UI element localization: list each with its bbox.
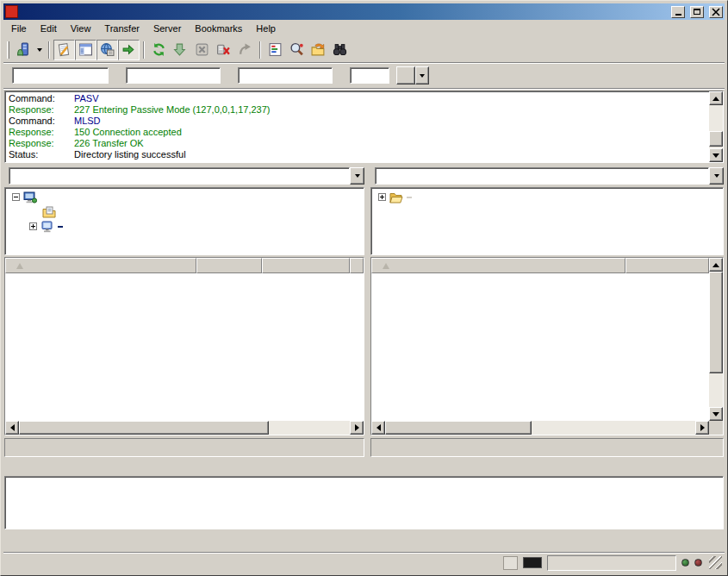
tree-item-root[interactable] — [371, 190, 723, 204]
column-header-filesize[interactable] — [625, 258, 709, 273]
menu-item[interactable]: File — [4, 22, 34, 35]
remote-horizontal-scrollbar[interactable] — [371, 421, 709, 435]
quickconnect-button[interactable] — [396, 66, 415, 85]
quickconnect-dropdown-button[interactable] — [415, 66, 429, 85]
log-line-label: Command: — [9, 93, 74, 104]
local-file-rows — [5, 273, 364, 421]
directory-comparison-button[interactable] — [286, 40, 308, 60]
reconnect-button[interactable] — [234, 40, 256, 60]
remote-site-value[interactable] — [375, 167, 709, 185]
menu-item[interactable]: View — [64, 22, 98, 35]
dropdown-arrow-icon — [355, 174, 360, 178]
host-input[interactable] — [12, 67, 109, 84]
scroll-left-button[interactable] — [5, 421, 19, 435]
expand-icon[interactable] — [29, 222, 37, 230]
tree-item-label — [40, 197, 46, 198]
column-header-filename[interactable] — [371, 258, 625, 273]
toggle-remote-treeview-button[interactable] — [96, 40, 118, 60]
cancel-operation-button[interactable] — [191, 40, 213, 60]
minimize-button[interactable] — [671, 6, 685, 18]
scroll-down-button[interactable] — [709, 148, 723, 162]
menu-item[interactable]: Transfer — [97, 22, 146, 35]
remote-pane — [370, 166, 724, 456]
toggle-local-treeview-button[interactable] — [75, 40, 96, 60]
log-line: Response: 226 Transfer OK — [9, 138, 708, 149]
menu-item[interactable]: Help — [249, 22, 283, 35]
local-site-combobox[interactable] — [9, 167, 364, 185]
username-input[interactable] — [126, 67, 221, 84]
scrollbar-corner — [709, 421, 723, 435]
site-manager-button[interactable] — [13, 40, 34, 60]
scroll-left-icon — [10, 424, 15, 431]
expand-icon[interactable] — [378, 193, 386, 201]
site-manager-dropdown-button[interactable] — [34, 40, 45, 60]
speed-limit-indicator-icon[interactable] — [523, 557, 542, 568]
remote-vscroll-thumb[interactable] — [709, 272, 723, 373]
tree-item-desktop[interactable] — [5, 190, 364, 204]
column-header-last-modified[interactable] — [350, 258, 364, 273]
collapse-icon[interactable] — [12, 193, 20, 201]
local-site-value[interactable] — [9, 167, 350, 185]
log-line-text: Directory listing successful — [74, 149, 186, 160]
column-header-filetype[interactable] — [262, 258, 350, 273]
queue-tabs — [4, 531, 724, 551]
scroll-down-button[interactable] — [709, 407, 723, 421]
title-bar[interactable] — [3, 3, 725, 20]
filter-icon — [268, 42, 283, 57]
log-scrollbar-thumb[interactable] — [709, 131, 723, 147]
queue-list[interactable] — [4, 476, 724, 529]
scroll-up-button[interactable] — [709, 258, 723, 272]
toggle-message-log-button[interactable] — [53, 40, 75, 60]
remote-site-dropdown-button[interactable] — [709, 167, 724, 185]
column-header-filename[interactable] — [5, 258, 196, 273]
remote-site-row — [370, 166, 724, 185]
local-site-dropdown-button[interactable] — [350, 167, 364, 185]
log-vertical-scrollbar[interactable] — [709, 91, 723, 162]
find-files-button[interactable] — [329, 40, 351, 60]
remote-site-combobox[interactable] — [375, 167, 724, 185]
password-input[interactable] — [238, 67, 333, 84]
site-manager-icon — [16, 42, 31, 57]
process-queue-button[interactable] — [170, 40, 191, 60]
remote-vertical-scrollbar[interactable] — [709, 258, 723, 421]
message-log: Command: PASV Response: 227 Entering Pas… — [4, 91, 724, 163]
scroll-left-button[interactable] — [371, 421, 385, 435]
close-button[interactable] — [709, 6, 723, 18]
directory-listing-filters-button[interactable] — [264, 40, 286, 60]
menu-item[interactable]: Edit — [34, 22, 64, 35]
log-line-label: Response: — [9, 127, 74, 138]
remote-file-list-main — [371, 258, 709, 421]
column-header-filesize[interactable] — [196, 258, 262, 273]
synchronized-browsing-button[interactable] — [308, 40, 329, 60]
activity-led-red-icon — [694, 559, 702, 567]
remote-hscroll-thumb[interactable] — [385, 421, 532, 435]
local-horizontal-scrollbar[interactable] — [5, 421, 364, 435]
scroll-right-button[interactable] — [350, 421, 364, 435]
filezilla-logo-icon — [5, 5, 18, 18]
disconnect-button[interactable] — [213, 40, 234, 60]
local-treeview-icon — [78, 42, 93, 57]
tree-item-my-computer[interactable] — [5, 219, 364, 234]
toolbar-separator — [259, 41, 261, 59]
menu-item[interactable]: Bookmarks — [188, 22, 249, 35]
scroll-up-button[interactable] — [709, 91, 723, 105]
resize-grip[interactable] — [709, 556, 722, 569]
toolbar-separator — [143, 41, 145, 59]
filezilla-window: FileEditViewTransferServerBookmarksHelp — [0, 0, 728, 576]
transfer-type-indicator-icon[interactable] — [503, 556, 518, 570]
menu-item[interactable]: Server — [146, 22, 188, 35]
toolbar-grip[interactable] — [7, 41, 9, 59]
dropdown-arrow-icon — [714, 174, 719, 178]
refresh-button[interactable] — [148, 40, 170, 60]
port-input[interactable] — [350, 67, 389, 84]
log-line: Command: PASV — [9, 93, 708, 104]
tree-item-my-documents[interactable] — [5, 204, 364, 219]
local-hscroll-thumb[interactable] — [19, 421, 269, 435]
scroll-right-button[interactable] — [695, 421, 709, 435]
toggle-transfer-queue-button[interactable] — [118, 40, 140, 60]
pane-splitter[interactable] — [364, 166, 370, 456]
quickconnect-bar — [3, 63, 725, 89]
dropdown-arrow-icon — [37, 48, 42, 52]
log-line: Status: Directory listing successful — [9, 149, 708, 160]
maximize-button[interactable] — [690, 6, 704, 18]
